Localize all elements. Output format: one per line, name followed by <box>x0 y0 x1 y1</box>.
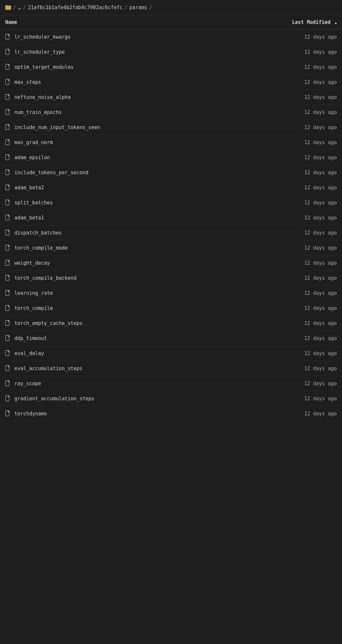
file-icon <box>5 94 10 100</box>
file-name-cell: lr_scheduler_kwargs <box>0 29 276 45</box>
folder-icon <box>5 5 11 10</box>
file-name: eval_delay <box>14 350 44 356</box>
file-name: torch_empty_cache_steps <box>14 320 83 326</box>
file-name: adam_beta1 <box>14 215 44 221</box>
file-modified: 12 days ago <box>276 301 342 316</box>
svg-rect-15 <box>6 260 9 265</box>
table-row[interactable]: num_train_epochs12 days ago <box>0 105 342 120</box>
breadcrumb-params[interactable]: params <box>129 5 147 10</box>
table-row[interactable]: ray_scope12 days ago <box>0 376 342 391</box>
file-name-cell: split_batches <box>0 195 276 210</box>
table-row[interactable]: learning_rate12 days ago <box>0 286 342 301</box>
breadcrumb-separator-4: / <box>149 5 152 10</box>
svg-rect-5 <box>6 109 9 115</box>
file-modified: 12 days ago <box>276 180 342 195</box>
table-row[interactable]: max_steps12 days ago <box>0 75 342 90</box>
table-row[interactable]: lr_scheduler_type12 days ago <box>0 45 342 60</box>
file-name-cell: torch_compile <box>0 301 276 316</box>
file-icon <box>5 410 10 417</box>
file-name-cell: include_num_input_tokens_seen <box>0 120 276 135</box>
file-name-cell: learning_rate <box>0 286 276 301</box>
file-name-cell: lr_scheduler_type <box>0 45 276 60</box>
file-icon <box>5 199 10 206</box>
col-name-header[interactable]: Name <box>0 15 276 29</box>
file-name: optim_target_modules <box>14 64 74 70</box>
table-row[interactable]: dispatch_batches12 days ago <box>0 225 342 240</box>
table-row[interactable]: eval_accumulation_steps12 days ago <box>0 361 342 376</box>
svg-rect-10 <box>6 185 9 190</box>
svg-rect-14 <box>6 245 9 250</box>
file-name-cell: weight_decay <box>0 256 276 271</box>
file-name: gradient_accumulation_steps <box>14 396 94 402</box>
file-modified: 12 days ago <box>276 361 342 376</box>
file-icon <box>5 365 10 371</box>
file-name: torchdynamo <box>14 411 47 417</box>
file-name: torch_compile_backend <box>14 275 77 281</box>
table-row[interactable]: include_num_input_tokens_seen12 days ago <box>0 120 342 135</box>
file-modified: 12 days ago <box>276 165 342 180</box>
table-row[interactable]: max_grad_norm12 days ago <box>0 135 342 150</box>
table-row[interactable]: optim_target_modules12 days ago <box>0 60 342 75</box>
svg-rect-0 <box>6 34 9 39</box>
file-name-cell: eval_accumulation_steps <box>0 361 276 376</box>
breadcrumb-hash[interactable]: 21af6c1b1afe4b2fab4c7902ac6cfefc <box>28 5 123 10</box>
file-modified: 12 days ago <box>276 406 342 421</box>
svg-rect-4 <box>6 94 9 100</box>
file-name: lr_scheduler_type <box>14 49 65 55</box>
table-row[interactable]: split_batches12 days ago <box>0 195 342 210</box>
breadcrumb-separator-1: / <box>13 5 16 10</box>
file-name: include_tokens_per_second <box>14 170 88 176</box>
table-row[interactable]: torchdynamo12 days ago <box>0 406 342 421</box>
table-row[interactable]: adam_epsilon12 days ago <box>0 150 342 165</box>
file-name-cell: num_train_epochs <box>0 105 276 120</box>
breadcrumb: / … / 21af6c1b1afe4b2fab4c7902ac6cfefc /… <box>0 0 342 15</box>
table-row[interactable]: lr_scheduler_kwargs12 days ago <box>0 29 342 45</box>
file-name: num_train_epochs <box>14 109 62 115</box>
file-name-cell: dispatch_batches <box>0 225 276 240</box>
table-row[interactable]: torch_compile12 days ago <box>0 301 342 316</box>
file-modified: 12 days ago <box>276 120 342 135</box>
table-row[interactable]: adam_beta112 days ago <box>0 210 342 225</box>
file-modified: 12 days ago <box>276 45 342 60</box>
table-row[interactable]: neftune_noise_alpha12 days ago <box>0 90 342 105</box>
svg-rect-25 <box>6 411 9 416</box>
svg-rect-3 <box>6 79 9 85</box>
file-modified: 12 days ago <box>276 210 342 225</box>
file-modified: 12 days ago <box>276 135 342 150</box>
file-name-cell: ray_scope <box>0 376 276 391</box>
file-icon <box>5 184 10 191</box>
svg-rect-13 <box>6 230 9 235</box>
table-row[interactable]: weight_decay12 days ago <box>0 256 342 271</box>
file-modified: 12 days ago <box>276 225 342 240</box>
table-row[interactable]: torch_compile_mode12 days ago <box>0 240 342 256</box>
svg-rect-9 <box>6 170 9 175</box>
table-row[interactable]: include_tokens_per_second12 days ago <box>0 165 342 180</box>
svg-rect-12 <box>6 215 9 220</box>
file-modified: 12 days ago <box>276 150 342 165</box>
file-icon <box>5 395 10 402</box>
file-modified: 12 days ago <box>276 391 342 406</box>
table-row[interactable]: adam_beta212 days ago <box>0 180 342 195</box>
file-name: eval_accumulation_steps <box>14 366 83 371</box>
file-name: learning_rate <box>14 290 53 296</box>
col-modified-header[interactable]: Last Modified ▲ <box>276 15 342 29</box>
table-row[interactable]: torch_empty_cache_steps12 days ago <box>0 316 342 331</box>
file-icon <box>5 215 10 221</box>
breadcrumb-ellipsis[interactable]: … <box>18 5 21 10</box>
file-name: max_grad_norm <box>14 140 53 145</box>
file-name: include_num_input_tokens_seen <box>14 124 100 130</box>
file-name-cell: torch_empty_cache_steps <box>0 316 276 331</box>
file-name-cell: torch_compile_backend <box>0 271 276 286</box>
table-row[interactable]: torch_compile_backend12 days ago <box>0 271 342 286</box>
file-modified: 12 days ago <box>276 105 342 120</box>
file-modified: 12 days ago <box>276 240 342 256</box>
table-row[interactable]: ddp_timeout12 days ago <box>0 331 342 346</box>
table-row[interactable]: eval_delay12 days ago <box>0 346 342 361</box>
file-name-cell: optim_target_modules <box>0 60 276 75</box>
file-icon <box>5 290 10 296</box>
file-icon <box>5 49 10 55</box>
table-row[interactable]: gradient_accumulation_steps12 days ago <box>0 391 342 406</box>
file-icon <box>5 154 10 161</box>
svg-rect-11 <box>6 200 9 205</box>
file-name-cell: gradient_accumulation_steps <box>0 391 276 406</box>
